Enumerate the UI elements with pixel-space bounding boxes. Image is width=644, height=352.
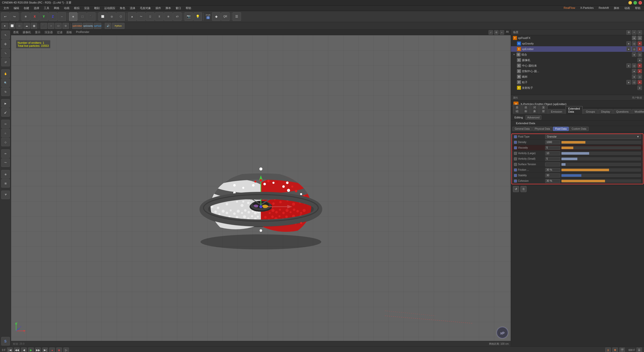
menu-select[interactable]: 选择	[32, 6, 41, 11]
maximize-button[interactable]: □	[633, 1, 637, 5]
menu-realflow[interactable]: RealFlow	[562, 6, 577, 11]
bowl-ren[interactable]: ◎	[637, 74, 642, 79]
subtab-general-data[interactable]: General Data	[512, 127, 532, 131]
cyl-x[interactable]: ×	[637, 63, 642, 68]
density-value[interactable]: 1000	[545, 140, 560, 144]
menu-window[interactable]: 窗口	[174, 6, 183, 11]
axis-y[interactable]: Y	[39, 12, 48, 21]
tab-groups[interactable]: Groups	[583, 109, 598, 114]
viscosity-slider[interactable]	[561, 146, 641, 149]
timeline-settings-btn[interactable]: ☰	[636, 347, 642, 352]
menu-create[interactable]: 创建	[22, 6, 31, 11]
tags[interactable]: 🏷	[173, 12, 182, 21]
select-poly[interactable]: ⬡	[116, 12, 125, 21]
paint-tool[interactable]: 🖌	[1, 108, 10, 117]
magnet-tool[interactable]: ⊕	[1, 170, 10, 179]
axis-x[interactable]: X	[30, 12, 39, 21]
sky[interactable]: ☁	[23, 23, 30, 29]
item-render[interactable]: ◎	[637, 36, 642, 40]
symmetry-tool[interactable]: ⧩	[1, 191, 10, 199]
light[interactable]: 💡	[193, 12, 202, 21]
friction-slider[interactable]	[561, 168, 641, 171]
render-anim-btn[interactable]: 🎬	[619, 347, 625, 352]
cohesion-slider[interactable]	[561, 180, 641, 183]
scene-item-center-cylinder[interactable]: C 中心-圆柱体 ● ◎ ×	[511, 63, 644, 68]
tab-extended-data[interactable]: Extended Data	[566, 106, 583, 114]
minimize-button[interactable]: _	[628, 1, 632, 5]
redo-button[interactable]: ↪	[10, 12, 19, 21]
viscosity-check[interactable]	[514, 146, 517, 149]
vp-settings[interactable]: ⚙	[494, 30, 499, 35]
floor[interactable]: ⬜	[9, 23, 15, 29]
viewport-canvas[interactable]: Number of emitters: 1 Total live particl…	[11, 35, 511, 341]
play-range-btn[interactable]: ▷	[63, 347, 69, 352]
menu-redshift[interactable]: Redshift	[597, 6, 611, 11]
select-circle[interactable]: ◎	[107, 12, 116, 21]
surface-tension-check[interactable]	[514, 163, 517, 166]
menu-simulate[interactable]: 模拟	[72, 6, 82, 11]
prop-copy-btn[interactable]: ⎘	[520, 186, 527, 192]
menu-sculpt[interactable]: 雕刻	[92, 6, 102, 11]
menu-tools[interactable]: 工具	[42, 6, 51, 11]
subtab-editing[interactable]: Editing	[513, 115, 525, 119]
knife-tool[interactable]: ✂	[1, 120, 10, 128]
select-tool-left[interactable]: ↖	[1, 31, 10, 39]
scene-item-control-center[interactable]: C 控制中心-圆... ● ×	[511, 68, 644, 74]
stability-value[interactable]: 30	[545, 173, 560, 178]
close-button[interactable]: ×	[638, 1, 642, 5]
cohesion-check[interactable]	[514, 180, 517, 183]
effectors[interactable]: ⊛	[164, 12, 173, 21]
cyl-ren[interactable]: ◎	[632, 63, 636, 68]
s-tool[interactable]: S	[1, 337, 10, 345]
iron-tool[interactable]: ◇	[1, 138, 10, 146]
scene-item-group1[interactable]: ▼ G 组合 ● ◎	[511, 52, 644, 57]
nurbs[interactable]: ⌺	[146, 12, 154, 21]
vp-nav-panel[interactable]: 面板	[66, 30, 72, 34]
axis-z[interactable]: Z	[49, 12, 57, 21]
tab-display[interactable]: Display	[598, 109, 613, 114]
vp-nav-camera[interactable]: 摄像机	[23, 30, 31, 34]
scene-item-bowl[interactable]: B 碗杯 ● ◎	[511, 74, 644, 79]
python[interactable]: Python	[112, 23, 125, 29]
vp-nav-prorender[interactable]: ProRender	[76, 30, 89, 34]
tab-basic[interactable]: 基础	[513, 105, 521, 114]
texture-mode[interactable]: ⬛	[87, 12, 96, 21]
tab-emission[interactable]: Emission	[548, 109, 565, 114]
cc-vis[interactable]: ●	[632, 69, 636, 73]
hierarchy-add[interactable]: +	[632, 30, 636, 35]
part-x[interactable]: ×	[637, 80, 642, 84]
menu-hair[interactable]: 毛发对象	[138, 6, 153, 11]
scene-item-emitter-obj[interactable]: E 发射粒子 ●	[511, 85, 644, 91]
tab-emit[interactable]: 发射	[539, 105, 548, 114]
splines[interactable]: 〜	[137, 12, 145, 21]
subtab-physical-data[interactable]: Physical Data	[532, 127, 552, 131]
menu-plugin[interactable]: 插件	[153, 6, 163, 11]
record-all-btn[interactable]: ◉	[56, 347, 62, 352]
stability-slider[interactable]	[561, 174, 641, 177]
tab-coords[interactable]: 坐标	[522, 105, 530, 114]
vp-nav-renderer[interactable]: 渲染器	[45, 30, 53, 34]
spline-draw[interactable]: ✏	[1, 149, 10, 158]
camera-vis[interactable]: ●	[637, 58, 642, 62]
part-ren[interactable]: ◎	[632, 80, 636, 84]
viewport-rotate[interactable]: ↻	[1, 87, 10, 96]
prop-reset-btn[interactable]: ↺	[513, 186, 519, 192]
fluid-type-dropdown[interactable]: Granular ▼	[545, 135, 641, 139]
scene-item-xpgravity[interactable]: G xpGravity ● ◎ ×	[511, 41, 644, 46]
vp-maximize[interactable]: ⤢	[489, 30, 493, 35]
torus-prim[interactable]: ⊙	[62, 23, 69, 29]
deformers[interactable]: ⧖	[155, 12, 164, 21]
tab-object[interactable]: 对象	[531, 105, 539, 114]
emit-vis[interactable]: ●	[637, 85, 642, 90]
gravity-vis[interactable]: ●	[626, 41, 631, 46]
cube-prim[interactable]: ⬛	[41, 23, 47, 29]
density-check[interactable]	[514, 141, 517, 144]
play-btn[interactable]: ▶	[28, 347, 34, 352]
vorticity-small-value[interactable]: 5	[545, 157, 560, 161]
vorticity-large-check[interactable]	[514, 152, 517, 155]
menu-script2[interactable]: 脚本	[612, 6, 621, 11]
qr-code[interactable]: QR	[221, 12, 230, 21]
xp-emitter[interactable]: xpEmitter	[72, 23, 82, 29]
record-btn[interactable]: ●	[49, 347, 55, 352]
xp-fluid[interactable]: xpFluid	[94, 23, 101, 29]
